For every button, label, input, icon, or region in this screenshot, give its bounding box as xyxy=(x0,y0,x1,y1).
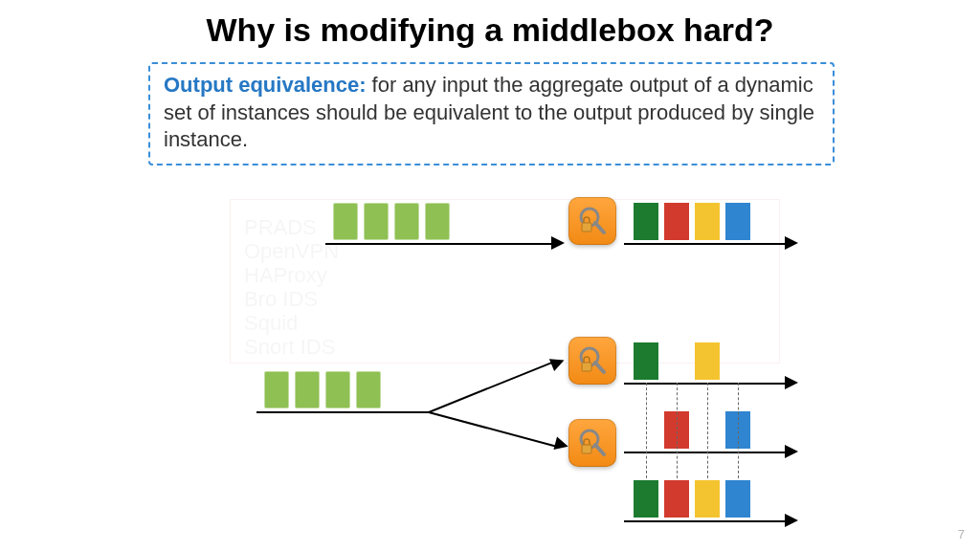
arrow-head-icon xyxy=(549,354,567,371)
output-packet-green xyxy=(634,203,658,240)
svg-rect-5 xyxy=(582,363,591,371)
arrow-head-icon xyxy=(785,514,798,527)
flow-arrow xyxy=(624,452,787,453)
flow-arrow xyxy=(325,243,553,245)
input-packet xyxy=(264,371,289,408)
page-number: 7 xyxy=(958,527,965,541)
arrow-head-icon xyxy=(553,436,569,452)
input-packet xyxy=(425,203,450,240)
output-packet-blue xyxy=(725,480,750,518)
split-arrow-up xyxy=(429,362,554,413)
output-packet-yellow xyxy=(695,203,720,240)
output-packet-yellow xyxy=(695,342,720,380)
split-arrow-down xyxy=(429,411,559,448)
input-packet xyxy=(356,371,381,408)
dashed-connector xyxy=(646,383,647,478)
input-packet xyxy=(333,203,358,240)
output-packet-yellow xyxy=(695,480,720,518)
svg-line-7 xyxy=(595,445,604,454)
flow-arrow xyxy=(624,520,787,522)
input-packet xyxy=(394,203,419,240)
flow-arrow xyxy=(624,383,787,385)
input-packet xyxy=(325,371,350,408)
dashed-connector xyxy=(738,383,739,478)
arrow-head-icon xyxy=(785,445,798,458)
flow-arrow xyxy=(256,411,429,413)
diagram-stage xyxy=(0,0,980,551)
svg-rect-8 xyxy=(582,445,591,453)
output-packet-green xyxy=(634,342,658,380)
svg-line-1 xyxy=(595,223,604,232)
input-packet xyxy=(295,371,320,408)
arrow-head-icon xyxy=(785,236,798,250)
output-packet-red xyxy=(664,203,689,240)
arrow-head-icon xyxy=(785,376,798,389)
flow-arrow xyxy=(624,243,787,245)
arrow-head-icon xyxy=(551,236,565,250)
middlebox-icon xyxy=(568,337,616,385)
svg-line-4 xyxy=(595,363,604,372)
middlebox-icon xyxy=(568,419,616,467)
output-packet-green xyxy=(634,480,658,518)
middlebox-icon xyxy=(568,197,616,245)
input-packet xyxy=(364,203,389,240)
svg-rect-2 xyxy=(582,223,591,231)
dashed-connector xyxy=(707,383,708,478)
output-packet-red xyxy=(664,480,689,518)
output-packet-blue xyxy=(725,203,750,240)
dashed-connector xyxy=(677,383,678,478)
